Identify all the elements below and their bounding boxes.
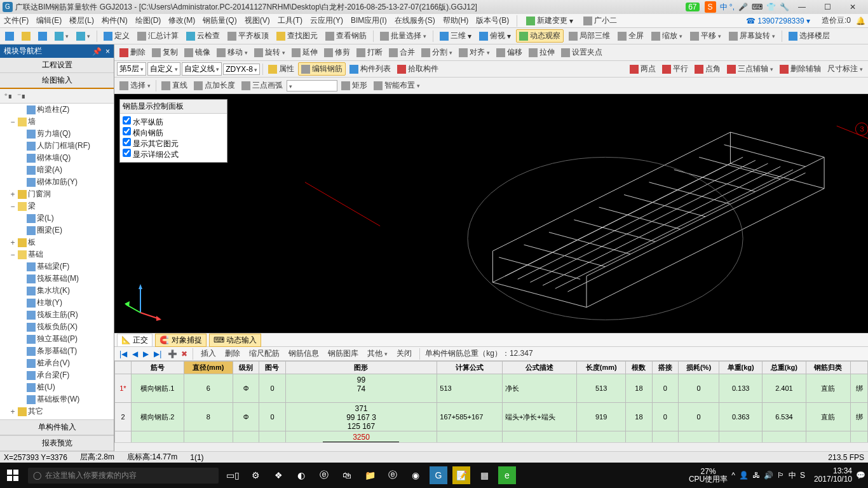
col-header[interactable]: 直径(mm) bbox=[184, 362, 233, 374]
grid-hscroll[interactable] bbox=[114, 442, 868, 451]
flag-icon[interactable]: 🏳 bbox=[777, 471, 785, 480]
cmd-scalerebar[interactable]: 缩尺配筋 bbox=[247, 348, 282, 360]
move-button[interactable]: 移动 bbox=[214, 46, 250, 58]
ime-cn-icon[interactable]: 中 °, bbox=[720, 2, 735, 13]
extend-button[interactable]: 延伸 bbox=[289, 46, 320, 58]
cmd-other[interactable]: 其他 bbox=[365, 348, 390, 360]
cmd-rebarinfo[interactable]: 钢筋信息 bbox=[286, 348, 322, 360]
tree-item[interactable]: 桩(U) bbox=[0, 381, 114, 393]
tree-item[interactable]: −墙 bbox=[0, 116, 114, 128]
credit-label[interactable]: 造价豆:0 bbox=[822, 15, 851, 26]
edge-icon[interactable]: ⓔ bbox=[315, 466, 333, 484]
user-button[interactable]: 广小二 bbox=[581, 15, 620, 27]
zoom-button[interactable]: 缩放 bbox=[649, 30, 685, 42]
col-header[interactable]: 图形 bbox=[285, 362, 437, 374]
app-5-icon[interactable]: 📝 bbox=[452, 466, 470, 484]
arc3-button[interactable]: 三点画弧 bbox=[239, 79, 285, 92]
break-button[interactable]: 打断 bbox=[354, 46, 385, 58]
findelem-button[interactable]: 查找图元 bbox=[274, 30, 320, 42]
fullscreen-button[interactable]: 全屏 bbox=[615, 30, 646, 42]
tree-item[interactable]: 圈梁(E) bbox=[0, 224, 114, 236]
rect-button[interactable]: 矩形 bbox=[339, 79, 370, 92]
tree-item[interactable]: +其它 bbox=[0, 405, 114, 417]
ptangle-button[interactable]: 点角 bbox=[692, 63, 723, 75]
tree-item[interactable]: 筏板基础(M) bbox=[0, 273, 114, 285]
table-row[interactable]: 1*横向钢筋.16Φ09974513净长51318000.1332.401直筋绑 bbox=[115, 374, 868, 403]
floor-select[interactable]: 第5层 bbox=[117, 62, 146, 76]
close-button[interactable]: ✕ bbox=[840, 3, 865, 11]
tree-item[interactable]: 桩承台(V) bbox=[0, 357, 114, 369]
cloudcheck-button[interactable]: 云检查 bbox=[184, 30, 222, 42]
batchsel-button[interactable]: 批量选择 bbox=[377, 30, 429, 42]
col-header[interactable]: 公式描述 bbox=[502, 362, 576, 374]
cpu-meter[interactable]: 27%CPU使用率 bbox=[689, 468, 728, 483]
tree-item[interactable]: 柱墩(Y) bbox=[0, 297, 114, 309]
minimize-button[interactable]: — bbox=[789, 3, 815, 11]
table-row[interactable]: 2横向钢筋.28Φ037199 167 3125 167167+585+167端… bbox=[115, 403, 868, 431]
menu-modify[interactable]: 修改(M) bbox=[167, 15, 196, 26]
network-icon[interactable]: 🖧 bbox=[752, 471, 760, 480]
snap-toggle[interactable]: 🧲 对象捕捉 bbox=[155, 334, 206, 347]
trim-button[interactable]: 修剪 bbox=[322, 46, 353, 58]
tree-item[interactable]: 基础梁(F) bbox=[0, 261, 114, 273]
offset-button[interactable]: 偏移 bbox=[494, 46, 525, 58]
tree-item[interactable]: −梁 bbox=[0, 200, 114, 212]
dim-button[interactable]: 尺寸标注 bbox=[825, 63, 865, 75]
split-button[interactable]: 分割 bbox=[419, 46, 455, 58]
tree-item[interactable]: 暗梁(A) bbox=[0, 164, 114, 176]
tree-item[interactable]: 筏板负筋(X) bbox=[0, 321, 114, 333]
type-select[interactable]: 自定义线 bbox=[182, 62, 222, 76]
menu-view[interactable]: 视图(V) bbox=[243, 15, 271, 26]
expand-icon[interactable]: ⁺∎ bbox=[4, 92, 13, 100]
tab-single-input[interactable]: 单构件输入 bbox=[0, 419, 114, 435]
rebar-display-panel[interactable]: 钢筋显示控制面板 水平纵筋 横向钢筋 显示其它图元 显示详细公式 bbox=[119, 99, 227, 163]
menu-bim[interactable]: BIM应用(I) bbox=[349, 15, 388, 26]
bell-icon[interactable]: 🔔 bbox=[856, 17, 865, 25]
pin-icon[interactable]: 📌 bbox=[92, 47, 102, 56]
tree-item[interactable]: −基础 bbox=[0, 248, 114, 261]
local3d-button[interactable]: 局部三维 bbox=[566, 30, 613, 42]
app-2-icon[interactable]: ❖ bbox=[269, 466, 287, 484]
panel-check[interactable]: 水平纵筋 bbox=[123, 116, 224, 127]
tree-item[interactable]: 筏板主筋(R) bbox=[0, 309, 114, 321]
tree-item[interactable]: +门窗洞 bbox=[0, 188, 114, 200]
arc-mode[interactable] bbox=[287, 80, 337, 92]
sogou-icon[interactable]: S bbox=[705, 1, 716, 13]
props-button[interactable]: 属性 bbox=[266, 63, 297, 75]
delaxis-button[interactable]: 删除辅轴 bbox=[777, 63, 824, 75]
new-change-button[interactable]: 新建变更 ▾ bbox=[524, 15, 576, 27]
cmd-delete[interactable]: 删除 bbox=[222, 348, 243, 360]
delete-record-icon[interactable]: ✖ bbox=[181, 349, 187, 358]
menu-edit[interactable]: 编辑(E) bbox=[35, 15, 63, 26]
tree-item[interactable]: 梁(L) bbox=[0, 212, 114, 224]
tree-item[interactable]: 集水坑(K) bbox=[0, 285, 114, 297]
tree-item[interactable]: 独立基础(P) bbox=[0, 333, 114, 345]
parallel-button[interactable]: 平行 bbox=[660, 63, 691, 75]
cmd-rebarlib[interactable]: 钢筋图库 bbox=[325, 348, 361, 360]
pickelem-button[interactable]: 拾取构件 bbox=[395, 63, 441, 75]
ime-tray-icon[interactable]: 中 bbox=[789, 470, 796, 481]
insert-record-icon[interactable]: ➕ bbox=[168, 349, 177, 358]
delete-button[interactable]: 删除 bbox=[117, 46, 148, 58]
tree-item[interactable]: +板 bbox=[0, 236, 114, 248]
ptlen-button[interactable]: 点加长度 bbox=[191, 79, 238, 92]
store-icon[interactable]: 🛍 bbox=[338, 466, 356, 484]
undo-button[interactable] bbox=[52, 31, 71, 41]
tray-up-icon[interactable]: ^ bbox=[731, 471, 735, 480]
align-button[interactable]: 对齐 bbox=[456, 46, 492, 58]
menu-help[interactable]: 帮助(H) bbox=[442, 15, 470, 26]
panel-check[interactable]: 显示详细公式 bbox=[123, 149, 224, 159]
col-header[interactable]: 钢筋归类 bbox=[806, 362, 851, 374]
menu-online[interactable]: 在线服务(S) bbox=[393, 15, 437, 26]
menu-draw[interactable]: 绘图(D) bbox=[134, 15, 163, 26]
maximize-button[interactable]: ☐ bbox=[815, 3, 840, 11]
menu-cloud[interactable]: 云应用(Y) bbox=[309, 15, 344, 26]
menu-rebarqty[interactable]: 钢筋量(Q) bbox=[201, 15, 238, 26]
app-active-icon[interactable]: G bbox=[430, 466, 447, 484]
setgrip-button[interactable]: 设置夹点 bbox=[559, 46, 605, 58]
col-header[interactable]: 单重(kg) bbox=[719, 362, 763, 374]
taskview-icon[interactable]: ▭▯ bbox=[224, 466, 241, 484]
tree-item[interactable]: 条形基础(T) bbox=[0, 345, 114, 357]
line-button[interactable]: 直线 bbox=[159, 79, 190, 92]
open-button[interactable] bbox=[19, 31, 33, 41]
